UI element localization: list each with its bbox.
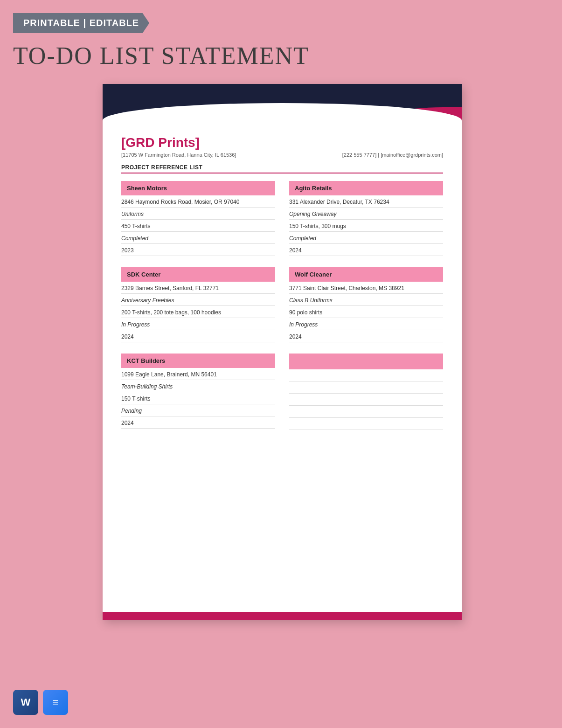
word-icon[interactable]: W (13, 690, 38, 715)
project-items: 90 polo shirts (289, 306, 443, 318)
section-divider (121, 173, 443, 173)
project-year: 2024 (289, 244, 443, 256)
docs-icon[interactable]: ≡ (43, 690, 68, 715)
project-name: KCT Builders (121, 354, 275, 368)
project-type: Anniversary Freebies (121, 294, 275, 306)
project-name: Agito Retails (289, 181, 443, 195)
project-status: Completed (289, 232, 443, 244)
project-card: KCT Builders 1099 Eagle Lane, Brainerd, … (121, 354, 275, 430)
company-address: [11705 W Farmington Road, Hanna City, IL… (121, 152, 236, 158)
empty-field (289, 369, 443, 381)
empty-field (289, 406, 443, 418)
doc-body: [GRD Prints] [11705 W Farmington Road, H… (103, 126, 462, 451)
project-status: Pending (121, 404, 275, 416)
project-items: 450 T-shirts (121, 220, 275, 232)
section-title: PROJECT REFERENCE LIST (121, 164, 443, 171)
project-name: Sheen Motors (121, 181, 275, 195)
doc-header-accent (368, 107, 462, 126)
app-icons: W ≡ (13, 690, 68, 715)
project-name: SDK Center (121, 267, 275, 282)
empty-field (289, 418, 443, 430)
project-items: 150 T-shirts, 300 mugs (289, 220, 443, 232)
empty-field (289, 394, 443, 406)
project-address: 331 Alexander Drive, Decatur, TX 76234 (289, 195, 443, 208)
project-card: Sheen Motors 2846 Haymond Rocks Road, Mo… (121, 181, 275, 256)
company-contact: [222 555 7777] | [mainoffice@grdprints.c… (342, 152, 443, 158)
banner-text: PRINTABLE | EDITABLE (23, 18, 139, 28)
project-type: Team-Building Shirts (121, 380, 275, 392)
word-icon-label: W (21, 696, 31, 708)
project-type: Class B Uniforms (289, 294, 443, 306)
company-details: [11705 W Farmington Road, Hanna City, IL… (121, 152, 443, 158)
project-address: 1099 Eagle Lane, Brainerd, MN 56401 (121, 368, 275, 380)
printable-editable-banner: PRINTABLE | EDITABLE (13, 13, 149, 33)
project-status: In Progress (121, 318, 275, 330)
project-card (289, 354, 443, 430)
project-items: 150 T-shirts (121, 392, 275, 404)
project-year: 2023 (121, 244, 275, 256)
empty-card-header (289, 354, 443, 369)
project-status: In Progress (289, 318, 443, 330)
page-title: TO-DO LIST STATEMENT (13, 42, 309, 69)
project-card: Agito Retails 331 Alexander Drive, Decat… (289, 181, 443, 256)
project-items: 200 T-shirts, 200 tote bags, 100 hoodies (121, 306, 275, 318)
project-card: SDK Center 2329 Barnes Street, Sanford, … (121, 267, 275, 342)
doc-header (103, 84, 462, 126)
project-year: 2024 (121, 330, 275, 342)
company-name: [GRD Prints] (121, 135, 443, 150)
project-address: 2846 Haymond Rocks Road, Mosier, OR 9704… (121, 195, 275, 208)
projects-grid: Sheen Motors 2846 Haymond Rocks Road, Mo… (121, 181, 443, 432)
docs-icon-label: ≡ (53, 696, 59, 708)
project-address: 3771 Saint Clair Street, Charleston, MS … (289, 282, 443, 294)
project-address: 2329 Barnes Street, Sanford, FL 32771 (121, 282, 275, 294)
document: [GRD Prints] [11705 W Farmington Road, H… (103, 84, 462, 620)
project-card: Wolf Cleaner 3771 Saint Clair Street, Ch… (289, 267, 443, 342)
project-status: Completed (121, 232, 275, 244)
doc-footer (103, 612, 462, 620)
empty-field (289, 381, 443, 394)
project-year: 2024 (121, 416, 275, 429)
project-type: Uniforms (121, 208, 275, 220)
project-type: Opening Giveaway (289, 208, 443, 220)
project-name: Wolf Cleaner (289, 267, 443, 282)
project-year: 2024 (289, 330, 443, 342)
